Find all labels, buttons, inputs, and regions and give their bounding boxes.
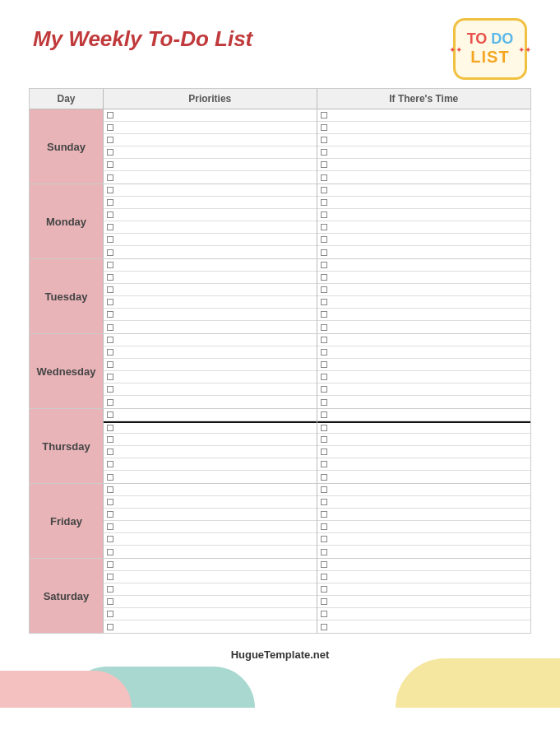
task-item[interactable] [104,296,317,309]
checkbox-icon[interactable] [107,137,113,143]
checkbox-icon[interactable] [321,425,327,431]
task-item[interactable] [317,221,531,234]
task-item[interactable] [317,209,531,221]
checkbox-icon[interactable] [107,161,113,168]
task-item[interactable] [317,246,531,258]
task-item[interactable] [317,608,531,620]
checkbox-icon[interactable] [107,486,113,493]
task-item[interactable] [104,321,317,333]
checkbox-icon[interactable] [107,474,113,481]
checkbox-icon[interactable] [107,598,113,605]
checkbox-icon[interactable] [107,224,113,230]
checkbox-icon[interactable] [321,137,327,143]
checkbox-icon[interactable] [107,549,113,555]
task-item[interactable] [317,396,531,408]
checkbox-icon[interactable] [321,624,327,630]
checkbox-icon[interactable] [107,174,113,181]
task-item[interactable] [104,458,317,471]
task-item[interactable] [104,109,317,122]
task-item[interactable] [104,246,317,258]
checkbox-icon[interactable] [321,324,327,331]
checkbox-icon[interactable] [321,249,327,256]
task-item[interactable] [317,122,531,134]
checkbox-icon[interactable] [107,236,113,243]
checkbox-icon[interactable] [321,574,327,580]
checkbox-icon[interactable] [321,511,327,518]
task-item[interactable] [317,346,531,359]
checkbox-icon[interactable] [321,598,327,605]
checkbox-icon[interactable] [321,586,327,593]
task-item[interactable] [104,184,317,197]
task-item[interactable] [317,134,531,146]
checkbox-icon[interactable] [107,299,113,305]
checkbox-icon[interactable] [107,337,113,343]
checkbox-icon[interactable] [107,249,113,256]
task-item[interactable] [317,434,531,446]
checkbox-icon[interactable] [321,187,327,193]
task-item[interactable] [104,446,317,458]
task-item[interactable] [104,134,317,146]
checkbox-icon[interactable] [107,499,113,505]
checkbox-icon[interactable] [321,361,327,368]
checkbox-icon[interactable] [107,124,113,131]
task-item[interactable] [104,484,317,496]
checkbox-icon[interactable] [321,211,327,218]
checkbox-icon[interactable] [321,536,327,542]
task-item[interactable] [317,159,531,171]
checkbox-icon[interactable] [321,561,327,568]
task-item[interactable] [104,371,317,383]
checkbox-icon[interactable] [107,386,113,393]
checkbox-icon[interactable] [321,461,327,467]
task-item[interactable] [317,583,531,596]
checkbox-icon[interactable] [321,161,327,168]
checkbox-icon[interactable] [107,211,113,218]
task-item[interactable] [104,259,317,272]
task-item[interactable] [104,146,317,159]
checkbox-icon[interactable] [107,574,113,580]
task-item[interactable] [104,171,317,184]
task-item[interactable] [317,421,531,434]
checkbox-icon[interactable] [321,549,327,555]
task-item[interactable] [104,596,317,608]
task-item[interactable] [317,359,531,371]
checkbox-icon[interactable] [107,411,113,418]
task-item[interactable] [104,620,317,633]
checkbox-icon[interactable] [321,399,327,406]
task-item[interactable] [104,272,317,284]
task-item[interactable] [317,571,531,583]
checkbox-icon[interactable] [107,586,113,593]
task-item[interactable] [104,521,317,533]
checkbox-icon[interactable] [321,474,327,481]
checkbox-icon[interactable] [321,149,327,156]
task-item[interactable] [104,309,317,321]
task-item[interactable] [104,383,317,396]
task-item[interactable] [317,383,531,396]
task-item[interactable] [104,284,317,296]
checkbox-icon[interactable] [107,561,113,568]
checkbox-icon[interactable] [107,262,113,268]
checkbox-icon[interactable] [107,624,113,630]
task-item[interactable] [104,359,317,371]
checkbox-icon[interactable] [107,361,113,368]
task-item[interactable] [317,559,531,571]
task-item[interactable] [317,259,531,272]
task-item[interactable] [104,159,317,171]
task-item[interactable] [317,321,531,333]
checkbox-icon[interactable] [107,187,113,193]
checkbox-icon[interactable] [321,436,327,443]
checkbox-icon[interactable] [107,536,113,542]
checkbox-icon[interactable] [321,486,327,493]
task-item[interactable] [317,533,531,546]
checkbox-icon[interactable] [321,374,327,380]
task-item[interactable] [104,509,317,521]
task-item[interactable] [104,221,317,234]
task-item[interactable] [317,272,531,284]
checkbox-icon[interactable] [321,386,327,393]
checkbox-icon[interactable] [321,112,327,119]
checkbox-icon[interactable] [321,411,327,418]
task-item[interactable] [317,446,531,458]
task-item[interactable] [104,546,317,558]
task-item[interactable] [104,496,317,509]
checkbox-icon[interactable] [321,262,327,268]
checkbox-icon[interactable] [321,499,327,505]
